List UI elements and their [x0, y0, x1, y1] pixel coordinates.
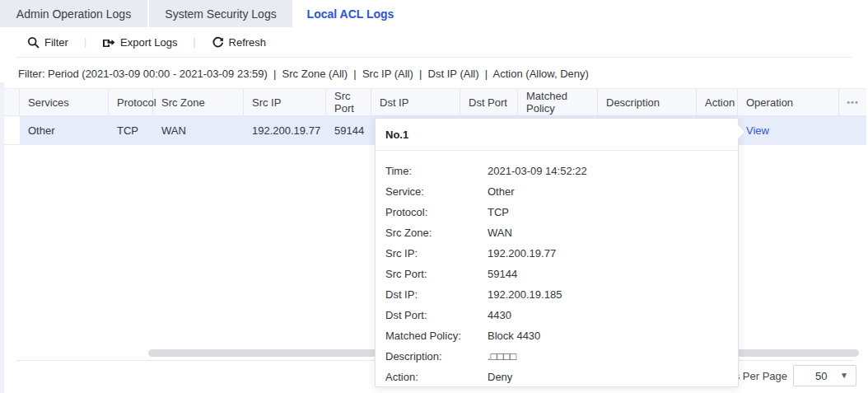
filter-summary: Filter: Period (2021-03-09 00:00 - 2021-…	[18, 68, 868, 80]
table-header-row: Services Protocol Src Zone Src IP Src Po…	[4, 88, 866, 116]
header-action: Action	[697, 89, 738, 115]
header-dst-port: Dst Port	[460, 89, 518, 115]
cell-services: Other	[20, 116, 109, 144]
cell-more	[839, 116, 866, 144]
search-icon	[27, 36, 40, 49]
cell-expand	[4, 116, 20, 144]
entries-per-page-value: 50	[815, 370, 827, 382]
cell-src-ip: 192.200.19.77	[244, 116, 326, 144]
header-src-ip: Src IP	[244, 89, 326, 115]
popup-title: No.1	[376, 119, 738, 151]
header-dst-ip: Dst IP	[371, 89, 460, 115]
popup-field-dst-ip: Dst IP:192.200.19.185	[376, 284, 738, 305]
refresh-button[interactable]: Refresh	[212, 36, 267, 49]
toolbar-divider: |	[193, 36, 195, 48]
toolbar: Filter | Export Logs | Refresh	[0, 27, 868, 57]
local-acl-logs-page: Admin Operation Logs System Security Log…	[0, 0, 868, 393]
toolbar-divider-line	[16, 57, 852, 58]
tab-system-security-logs[interactable]: System Security Logs	[149, 0, 292, 27]
header-expand-column	[4, 89, 20, 115]
popup-field-src-zone: Src Zone:WAN	[376, 222, 738, 243]
log-tabs: Admin Operation Logs System Security Log…	[0, 0, 868, 27]
popup-field-src-ip: Src IP:192.200.19.77	[376, 243, 738, 264]
cell-src-port: 59144	[326, 116, 371, 144]
header-description: Description	[598, 89, 697, 115]
dropdown-caret-icon: ▼	[840, 371, 848, 380]
tab-local-acl-logs[interactable]: Local ACL Logs	[294, 0, 407, 27]
popup-field-matched-policy: Matched Policy:Block 4430	[376, 325, 738, 346]
popup-field-action: Action:Deny	[376, 367, 738, 387]
header-services: Services	[20, 89, 109, 115]
popup-field-protocol: Protocol:TCP	[376, 202, 738, 222]
view-link[interactable]: View	[746, 124, 769, 137]
log-detail-popup: No.1 Time:2021-03-09 14:52:22 Service:Ot…	[375, 118, 739, 387]
export-logs-button-label: Export Logs	[120, 36, 177, 49]
filter-button-label: Filter	[44, 36, 68, 49]
popup-field-time: Time:2021-03-09 14:52:22	[376, 161, 738, 181]
column-settings-icon[interactable]: •••	[839, 89, 866, 115]
popup-field-src-port: Src Port:59144	[376, 264, 738, 284]
popup-field-description: Description:.□□□□	[376, 346, 738, 367]
entries-per-page-select[interactable]: 50 ▼	[793, 365, 856, 386]
filter-button[interactable]: Filter	[27, 36, 68, 49]
cell-operation: View	[738, 116, 839, 144]
export-icon	[102, 36, 115, 49]
header-protocol: Protocol	[109, 89, 153, 115]
popup-field-dst-port: Dst Port:4430	[376, 305, 738, 325]
refresh-button-label: Refresh	[229, 36, 267, 49]
cell-protocol: TCP	[109, 116, 153, 144]
left-gutter	[0, 82, 4, 393]
tab-admin-operation-logs[interactable]: Admin Operation Logs	[0, 0, 147, 27]
refresh-icon	[212, 36, 224, 49]
cell-src-zone: WAN	[153, 116, 244, 144]
popup-fields: Time:2021-03-09 14:52:22 Service:Other P…	[376, 151, 738, 387]
header-src-port: Src Port	[326, 89, 371, 115]
header-matched-policy: Matched Policy	[518, 89, 598, 115]
more-columns-icon[interactable]: •••	[847, 97, 859, 107]
toolbar-divider: |	[84, 36, 86, 48]
export-logs-button[interactable]: Export Logs	[102, 36, 177, 49]
popup-field-service: Service:Other	[376, 181, 738, 202]
header-src-zone: Src Zone	[153, 89, 244, 115]
header-operation: Operation	[738, 89, 839, 115]
